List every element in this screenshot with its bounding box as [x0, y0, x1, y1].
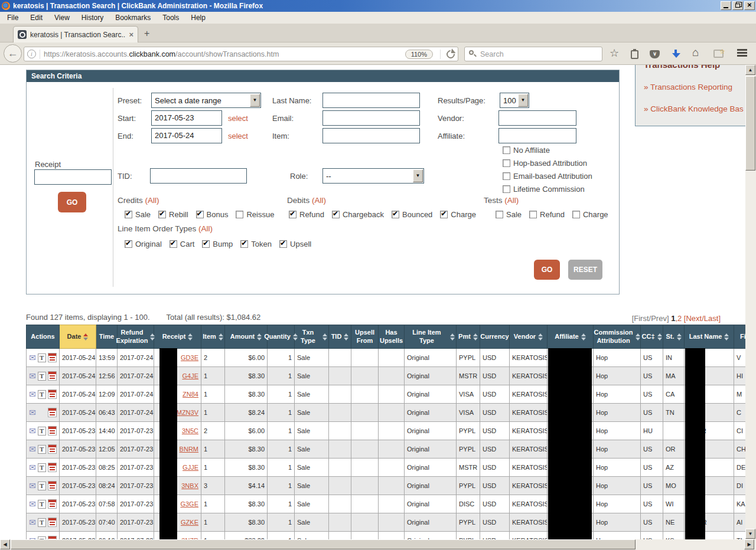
checkbox-bonus[interactable]: Bonus: [196, 210, 229, 219]
tab-close-icon[interactable]: ×: [129, 30, 133, 39]
pdf-icon[interactable]: [48, 408, 57, 417]
url-bar[interactable]: i https://keratosis.accounts.clickbank.c…: [24, 47, 458, 61]
checked-checkbox-icon[interactable]: [202, 240, 210, 248]
pdf-icon[interactable]: [48, 371, 57, 381]
receipt-link[interactable]: ZN84: [183, 391, 198, 398]
transaction-t-icon[interactable]: T: [38, 390, 46, 399]
search-go-button[interactable]: GO: [534, 260, 560, 280]
clipboard-icon[interactable]: [631, 50, 638, 59]
debits-all-link[interactable]: (All): [312, 196, 326, 205]
mail-icon[interactable]: ✉: [29, 372, 36, 380]
receipt-link[interactable]: 3NBX: [181, 482, 198, 489]
pdf-icon[interactable]: [48, 481, 57, 490]
col-header-st[interactable]: St.: [663, 325, 685, 349]
menu-hamburger-icon[interactable]: [737, 49, 747, 57]
menu-history[interactable]: History: [82, 14, 103, 22]
credits-all-link[interactable]: (All): [145, 196, 159, 205]
tests-all-link[interactable]: (All): [504, 196, 519, 205]
col-header-txn-type[interactable]: Txn Type: [295, 325, 329, 349]
checkbox-email-based-attribution[interactable]: Email-based Attribution: [503, 172, 592, 181]
mail-icon[interactable]: ✉: [29, 463, 36, 472]
sort-arrows-icon[interactable]: [724, 333, 729, 341]
col-header-line-item-type[interactable]: Line Item Type: [405, 325, 457, 349]
receipt-link[interactable]: MZN3V: [177, 409, 198, 416]
checked-checkbox-icon[interactable]: [125, 211, 132, 218]
transactions-reporting-link[interactable]: » Transactions Reporting: [644, 83, 745, 91]
col-header-refund-expiration[interactable]: Refund Expiration: [118, 325, 154, 349]
sort-arrows-icon[interactable]: [677, 333, 682, 341]
scroll-right-icon[interactable]: ▶: [744, 539, 754, 549]
zoom-level-badge[interactable]: 110%: [405, 50, 433, 59]
sort-arrows-icon[interactable]: [150, 333, 155, 341]
col-header-amount[interactable]: Amount: [225, 325, 268, 349]
unchecked-checkbox-icon[interactable]: [496, 211, 503, 218]
role-select[interactable]: --▼: [322, 168, 424, 184]
email-input[interactable]: [322, 110, 420, 126]
vertical-scroll-thumb[interactable]: [745, 76, 755, 171]
unchecked-checkbox-icon[interactable]: [503, 185, 510, 193]
transaction-t-icon[interactable]: T: [38, 427, 46, 436]
col-header-vendor[interactable]: Vendor: [510, 325, 548, 349]
checkbox-charge[interactable]: Charge: [440, 210, 476, 219]
checked-checkbox-icon[interactable]: [196, 211, 204, 218]
sort-arrows-icon[interactable]: [257, 333, 262, 341]
sort-arrows-icon[interactable]: [83, 333, 88, 341]
col-header-pmt[interactable]: Pmt: [457, 325, 480, 349]
receipt-link[interactable]: BNRM: [180, 446, 198, 453]
col-header-first-name[interactable]: First Name: [734, 325, 746, 349]
sort-arrows-icon[interactable]: [450, 333, 455, 341]
results-page-select[interactable]: 100▼: [500, 93, 529, 108]
line-item-order-types-all-link[interactable]: (All): [198, 224, 213, 233]
active-tab[interactable]: keratosis | Transaction Searc... ×: [13, 26, 138, 42]
transaction-t-icon[interactable]: T: [38, 445, 46, 454]
col-header-affiliate[interactable]: Affiliate: [548, 325, 594, 349]
clickbank-knowledge-base-link[interactable]: » ClickBank Knowledge Bas: [644, 104, 745, 113]
url-text[interactable]: https://keratosis.accounts.clickbank.com…: [44, 50, 405, 58]
checkbox-original[interactable]: Original: [125, 240, 162, 248]
checked-checkbox-icon[interactable]: [332, 211, 340, 218]
col-header-quantity[interactable]: Quantity: [268, 325, 295, 349]
scroll-up-icon[interactable]: ▲: [745, 65, 755, 75]
col-header-last-name[interactable]: Last Name: [685, 325, 734, 349]
affiliate-input[interactable]: [498, 128, 576, 143]
start-date-input[interactable]: 2017-05-23: [151, 110, 222, 126]
checkbox-upsell[interactable]: Upsell: [279, 240, 311, 248]
col-header-receipt[interactable]: Receipt: [154, 325, 201, 349]
checked-checkbox-icon[interactable]: [170, 240, 177, 248]
receipt-go-button[interactable]: GO: [58, 192, 86, 212]
transaction-t-icon[interactable]: T: [38, 482, 46, 490]
mail-icon[interactable]: ✉: [29, 445, 36, 453]
transaction-t-icon[interactable]: T: [38, 372, 46, 381]
sort-arrows-icon[interactable]: [538, 333, 543, 341]
reload-icon[interactable]: [447, 50, 455, 58]
pdf-icon[interactable]: [48, 499, 57, 509]
mail-icon[interactable]: ✉: [29, 427, 36, 435]
back-button[interactable]: ←: [4, 44, 22, 63]
sort-arrows-icon[interactable]: [657, 333, 662, 341]
col-header-tid[interactable]: TID: [329, 325, 351, 349]
sort-arrows-icon[interactable]: [636, 333, 640, 341]
receipt-link[interactable]: G3GE: [180, 500, 198, 508]
pdf-icon[interactable]: [48, 463, 57, 472]
new-tab-button[interactable]: +: [144, 28, 149, 39]
end-date-input[interactable]: 2017-05-24: [151, 128, 222, 143]
unchecked-checkbox-icon[interactable]: [529, 211, 537, 218]
checked-checkbox-icon[interactable]: [279, 240, 287, 248]
pdf-icon[interactable]: [48, 444, 57, 454]
receipt-link[interactable]: GZKE: [181, 519, 198, 526]
unchecked-checkbox-icon[interactable]: [572, 211, 580, 218]
menu-tools[interactable]: Tools: [162, 14, 179, 22]
menu-edit[interactable]: Edit: [30, 14, 43, 22]
end-select-link[interactable]: select: [228, 132, 248, 140]
checkbox-refund[interactable]: Refund: [529, 210, 565, 219]
home-icon[interactable]: ⌂: [692, 48, 699, 57]
mail-icon[interactable]: ✉: [29, 408, 36, 417]
pdf-icon[interactable]: [48, 389, 57, 399]
sort-arrows-icon[interactable]: [322, 333, 327, 341]
mail-icon[interactable]: ✉: [29, 518, 36, 526]
restore-icon[interactable]: [732, 1, 743, 10]
unchecked-checkbox-icon[interactable]: [503, 172, 510, 180]
checkbox-sale[interactable]: Sale: [125, 210, 151, 219]
transaction-t-icon[interactable]: T: [38, 463, 46, 472]
vertical-scrollbar[interactable]: ▲ ▼: [745, 65, 756, 539]
